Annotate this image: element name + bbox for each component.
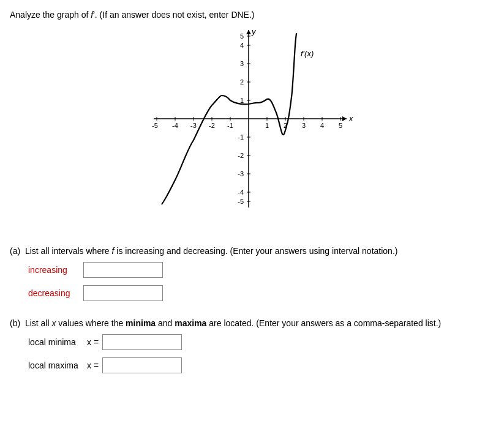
function-label: f′(x) xyxy=(301,49,314,58)
local-maxima-label: local maxima xyxy=(28,360,83,370)
svg-marker-5 xyxy=(246,30,251,34)
svg-text:-2: -2 xyxy=(238,152,244,159)
increasing-label: increasing xyxy=(28,265,83,275)
part-a-letter: (a) xyxy=(10,246,20,256)
svg-text:2: 2 xyxy=(240,78,244,86)
part-b-label: (b) List all x values where the minima a… xyxy=(10,318,475,328)
x-axis-label: x xyxy=(348,114,353,123)
local-minima-row: local minima x = xyxy=(28,334,475,350)
local-minima-input[interactable] xyxy=(102,334,182,350)
instruction-text: Analyze the graph of f′. (If an answer d… xyxy=(10,10,475,20)
svg-text:-5: -5 xyxy=(152,122,158,129)
svg-text:-4: -4 xyxy=(172,122,178,129)
svg-marker-4 xyxy=(342,116,347,121)
svg-text:3: 3 xyxy=(240,60,244,67)
local-minima-label: local minima xyxy=(28,337,83,347)
svg-text:-3: -3 xyxy=(190,122,197,129)
svg-text:-1: -1 xyxy=(227,122,233,129)
maxima-x-eq: x = xyxy=(87,360,99,370)
svg-text:3: 3 xyxy=(302,122,306,129)
minima-x-eq: x = xyxy=(87,337,99,347)
svg-text:-3: -3 xyxy=(238,170,244,177)
local-maxima-row: local maxima x = xyxy=(28,357,475,373)
svg-text:1: 1 xyxy=(265,122,269,129)
svg-text:5: 5 xyxy=(339,122,342,129)
svg-text:4: 4 xyxy=(240,42,244,49)
svg-text:1: 1 xyxy=(240,97,244,104)
graph-area: x y f′(x) -5 -4 -3 -2 -1 1 2 3 4 5 1 2 xyxy=(10,27,475,235)
increasing-row: increasing xyxy=(28,262,475,278)
decreasing-label: decreasing xyxy=(28,288,83,298)
svg-text:-2: -2 xyxy=(209,122,215,129)
svg-text:-5: -5 xyxy=(238,198,244,205)
svg-text:4: 4 xyxy=(320,122,324,129)
function-graph: x y f′(x) -5 -4 -3 -2 -1 1 2 3 4 5 1 2 xyxy=(120,27,365,235)
decreasing-input[interactable] xyxy=(83,285,163,301)
local-maxima-input[interactable] xyxy=(102,357,182,373)
svg-text:-1: -1 xyxy=(238,133,244,141)
decreasing-row: decreasing xyxy=(28,285,475,301)
svg-text:-4: -4 xyxy=(238,189,244,196)
svg-text:5: 5 xyxy=(240,32,244,40)
part-a-label: (a) List all intervals where f is increa… xyxy=(10,246,475,256)
increasing-input[interactable] xyxy=(83,262,163,278)
part-b-letter: (b) xyxy=(10,318,20,328)
